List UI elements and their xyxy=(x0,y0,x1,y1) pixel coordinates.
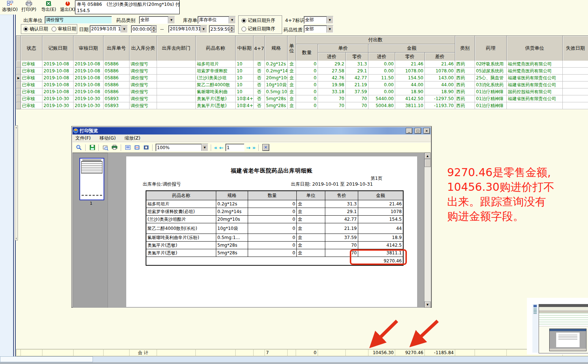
first-page-button[interactable]: « xyxy=(214,145,217,150)
cell-drug-name[interactable]: 氟哌噻吨美利曲 xyxy=(196,88,236,95)
nature-dropdown[interactable]: 全部▼ xyxy=(304,25,333,33)
cell-drug-name[interactable]: 奥氮平片(悉敏) xyxy=(196,95,236,102)
cell-type[interactable]: 西药 xyxy=(455,88,475,95)
cell-qty[interactable]: 0 xyxy=(296,88,318,95)
cell-dest-dept[interactable] xyxy=(157,75,196,81)
col-header-sale-amount[interactable]: 零价 xyxy=(395,53,425,61)
last-page-button[interactable]: » xyxy=(252,145,256,150)
cell-diff[interactable]: 18.90 xyxy=(425,88,455,95)
table-row[interactable]: 已审核 2019-10-08 2019-10-08 05886 调价报亏 聚乙二… xyxy=(16,81,588,88)
col-header-in-amount[interactable]: 进价 xyxy=(368,53,395,61)
cell-in-price[interactable]: 33.18 xyxy=(318,88,346,95)
cell-status[interactable]: 已审核 xyxy=(21,88,42,95)
chevron-down-icon[interactable]: ▼ xyxy=(200,26,207,33)
cell-expire-date[interactable] xyxy=(563,88,588,95)
col-header-order-no[interactable]: 出库单号 xyxy=(104,36,130,61)
cell-sale-price[interactable]: 31.3 xyxy=(346,61,368,68)
cell-status[interactable]: 已审核 xyxy=(21,95,42,102)
row-selector[interactable]: ▶ xyxy=(16,75,21,81)
cell-order-no[interactable]: 05886 xyxy=(104,75,130,81)
cell-4plus7[interactable]: 否 xyxy=(254,88,265,95)
chevron-down-icon[interactable]: ▼ xyxy=(121,26,127,33)
cell-drug-name[interactable]: (兰沙)奥美沙坦 xyxy=(196,75,236,81)
page-thumbnail[interactable] xyxy=(79,158,104,200)
table-row[interactable]: 已审核 2019-10-08 2019-10-08 05886 调价报亏 福多司… xyxy=(16,61,588,68)
cell-sale-amount[interactable]: 44.00 xyxy=(395,81,425,88)
col-header-unit[interactable]: 单位 xyxy=(288,36,296,61)
confirm-date-radio[interactable]: 确认日期 xyxy=(23,26,48,32)
cell-diff[interactable]: 44.00 xyxy=(425,81,455,88)
cell-sale-price[interactable]: 70 xyxy=(346,95,368,102)
chevron-down-icon[interactable]: ▼ xyxy=(201,144,208,151)
cell-drug-name[interactable]: 聚乙二醇4000散 xyxy=(196,81,236,88)
cell-type[interactable]: 西药 xyxy=(455,61,475,68)
cell-record-date[interactable]: 2019-10-08 xyxy=(42,68,74,75)
cell-io-class[interactable]: 调价报亏 xyxy=(130,81,157,88)
exit-button[interactable]: 退出(X) xyxy=(59,1,77,15)
scrollbar-thumb[interactable] xyxy=(424,159,431,167)
cell-type[interactable]: 西药 xyxy=(455,68,475,75)
col-header-record-date[interactable]: 记账日期 xyxy=(42,36,74,61)
print-button[interactable]: 打印(P) xyxy=(20,1,38,15)
cell-order-no[interactable]: 05886 xyxy=(104,88,130,95)
cell-in-price[interactable]: 19.98 xyxy=(318,81,346,88)
menu-file[interactable]: 文件(F) xyxy=(75,135,91,141)
cell-drug-name[interactable]: 福多司坦片 xyxy=(196,61,236,68)
cell-expire-date[interactable] xyxy=(563,68,588,75)
cell-sale-amount[interactable]: 4142.50 xyxy=(395,95,425,102)
page-width-icon[interactable] xyxy=(133,144,141,151)
cell-sale-amount[interactable]: 21.46 xyxy=(395,61,425,68)
tag47-dropdown[interactable]: 全部▼ xyxy=(304,16,333,24)
cell-dest-dept[interactable] xyxy=(157,88,196,95)
sort-desc-radio[interactable]: 记账日期降序 xyxy=(241,26,282,32)
close-button[interactable]: × xyxy=(423,128,430,134)
cell-expire-date[interactable] xyxy=(563,95,588,102)
export-button[interactable]: 导出(E) xyxy=(40,1,58,15)
cell-4plus7[interactable]: 否 xyxy=(254,68,265,75)
col-header-in-price[interactable]: 进价 xyxy=(318,53,346,61)
time-from-spinner[interactable]: 00:00:00▲▼ xyxy=(131,25,157,33)
cell-dest-dept[interactable] xyxy=(157,95,196,102)
cell-audit-date[interactable]: 2019-10-30 xyxy=(74,102,104,109)
cell-status[interactable]: 已审核 xyxy=(21,68,42,75)
category-dropdown[interactable]: 全部▼ xyxy=(139,16,175,24)
print-setup-icon[interactable] xyxy=(102,144,109,151)
options-button[interactable]: 选项(O) xyxy=(1,1,19,15)
cell-qty[interactable]: 0 xyxy=(296,95,318,102)
cell-4plus7[interactable]: 否 xyxy=(254,75,265,81)
cell-supplier[interactable]: 福建省医药有限责任公司 xyxy=(507,81,563,88)
col-header-supplier[interactable]: 供货单位 xyxy=(507,36,563,61)
cell-4plus7[interactable]: 否 xyxy=(254,102,265,109)
cell-audit-date[interactable]: 2019-10-08 xyxy=(74,81,104,88)
chevron-down-icon[interactable]: ▼ xyxy=(326,26,333,33)
horizontal-scrollbar-thumb[interactable] xyxy=(0,356,93,362)
cell-type[interactable]: 西药 xyxy=(455,95,475,102)
page-layout-icon[interactable] xyxy=(124,144,131,151)
col-header-sale-price[interactable]: 零价 xyxy=(346,53,368,61)
splitter-bar[interactable]: ‹‹ xyxy=(15,125,18,240)
cell-sale-price[interactable]: 21.19 xyxy=(346,81,368,88)
cell-order-no[interactable]: 05886 xyxy=(104,81,130,88)
menu-zoom[interactable]: 缩放(Z) xyxy=(124,135,140,141)
row-selector[interactable] xyxy=(16,81,21,88)
cell-order-no[interactable]: 05886 xyxy=(104,68,130,75)
cell-audit-date[interactable]: 2019-10-08 xyxy=(74,88,104,95)
zoom-level-combo[interactable]: 100%▼ xyxy=(156,144,208,151)
col-header-io-class[interactable]: 出入库分类 xyxy=(130,36,157,61)
sort-asc-radio[interactable]: 记账日期升序 xyxy=(241,18,282,24)
cell-expire-date[interactable] xyxy=(563,81,588,88)
cell-bid-period[interactable]: 10非4+7 xyxy=(236,102,254,109)
spinner-arrows-icon[interactable]: ▲▼ xyxy=(229,26,235,33)
cell-io-class[interactable]: 调价报亏 xyxy=(130,95,157,102)
cell-record-date[interactable]: 2019-10-08 xyxy=(42,75,74,81)
col-header-qty[interactable]: 数量 xyxy=(296,44,318,61)
scroll-up-icon[interactable]: ▲ xyxy=(424,153,431,159)
cell-bid-period[interactable]: 10 xyxy=(236,75,254,81)
cell-record-date[interactable]: 2019-10-08 xyxy=(42,61,74,68)
cell-record-date[interactable]: 2019-10-30 xyxy=(42,95,74,102)
cell-io-class[interactable]: 调价报亏 xyxy=(130,61,157,68)
col-header-dest-dept[interactable]: 出库去向部门 xyxy=(157,36,196,61)
cell-expire-date[interactable] xyxy=(563,75,588,81)
cell-expire-date[interactable] xyxy=(563,102,588,109)
cell-supplier[interactable] xyxy=(507,102,563,109)
